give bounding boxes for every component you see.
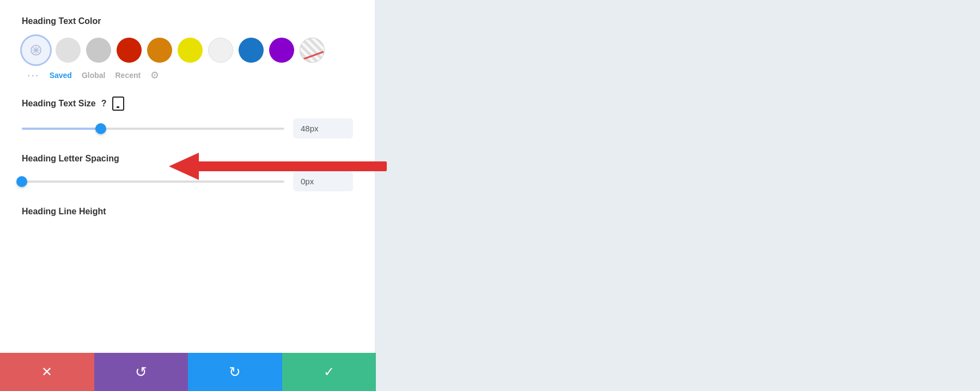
more-dots[interactable]: ··· — [27, 69, 40, 81]
tab-global[interactable]: Global — [82, 71, 106, 80]
text-size-slider-row — [22, 118, 353, 139]
help-icon[interactable]: ? — [101, 99, 107, 109]
swatch-yellow[interactable] — [178, 38, 203, 63]
heading-letter-spacing-label: Heading Letter Spacing — [22, 154, 119, 164]
heading-text-size-label: Heading Text Size — [22, 99, 96, 109]
bottom-toolbar: ✕ ↺ ↻ ✓ — [0, 353, 376, 391]
redo-icon: ↻ — [229, 364, 241, 381]
heading-line-height-section: Heading Line Height — [22, 207, 353, 216]
main-canvas-area — [376, 0, 980, 391]
settings-gear-icon[interactable]: ⚙ — [150, 69, 159, 81]
slider-track-ls — [22, 181, 284, 183]
cancel-button[interactable]: ✕ — [0, 353, 94, 391]
color-tabs-row: ··· Saved Global Recent ⚙ — [22, 69, 353, 81]
settings-panel: Heading Text Color — [0, 0, 376, 391]
redo-button[interactable]: ↻ — [188, 353, 282, 391]
letter-spacing-slider[interactable] — [22, 181, 284, 183]
mobile-device-icon[interactable] — [112, 97, 124, 111]
swatch-blue[interactable] — [239, 38, 264, 63]
swatch-active[interactable] — [22, 36, 50, 64]
heading-line-height-label: Heading Line Height — [22, 207, 106, 216]
compass-icon — [29, 44, 42, 57]
swatch-none[interactable] — [300, 38, 325, 63]
letter-spacing-input[interactable] — [293, 171, 353, 191]
heading-text-size-section: Heading Text Size ? — [22, 97, 353, 139]
undo-button[interactable]: ↺ — [94, 353, 188, 391]
save-button[interactable]: ✓ — [282, 353, 376, 391]
swatch-gray[interactable] — [86, 38, 111, 63]
tab-recent[interactable]: Recent — [115, 71, 141, 80]
undo-icon: ↺ — [135, 364, 147, 381]
tab-saved[interactable]: Saved — [50, 71, 72, 80]
heading-text-color-label: Heading Text Color — [22, 16, 353, 26]
slider-track — [22, 128, 284, 130]
swatch-orange[interactable] — [147, 38, 172, 63]
slider-thumb-ls[interactable] — [16, 176, 27, 187]
heading-letter-spacing-header: Heading Letter Spacing — [22, 154, 353, 164]
heading-letter-spacing-section: Heading Letter Spacing — [22, 154, 353, 191]
letter-spacing-slider-row — [22, 171, 353, 191]
text-size-input[interactable] — [293, 118, 353, 139]
text-size-slider[interactable] — [22, 128, 284, 130]
swatch-white[interactable] — [208, 38, 233, 63]
heading-text-size-header: Heading Text Size ? — [22, 97, 353, 111]
color-swatches-row — [22, 36, 353, 64]
swatch-purple[interactable] — [269, 38, 294, 63]
swatch-light-gray[interactable] — [56, 38, 81, 63]
heading-line-height-header: Heading Line Height — [22, 207, 353, 216]
slider-thumb[interactable] — [95, 123, 106, 134]
slider-fill — [22, 128, 101, 130]
swatch-red[interactable] — [117, 38, 142, 63]
